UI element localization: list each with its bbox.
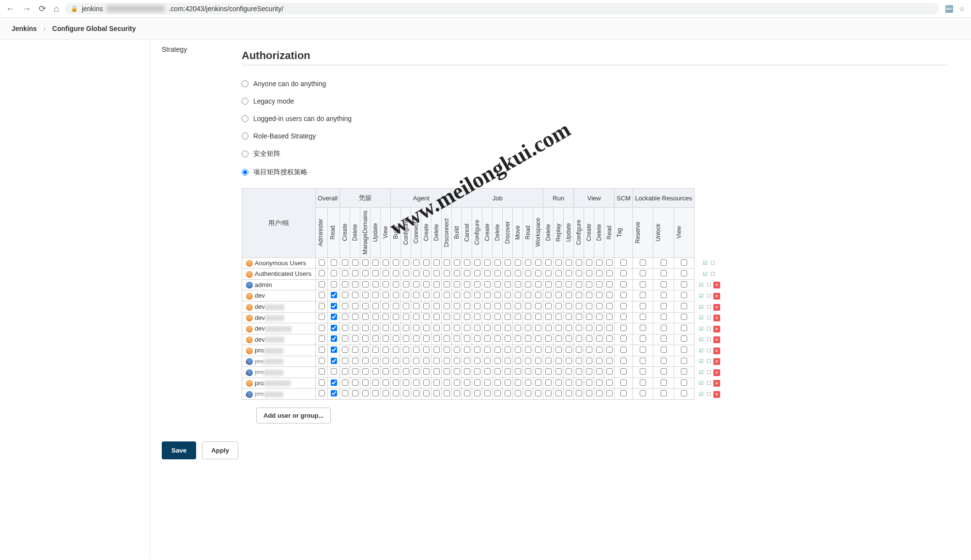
permission-checkbox[interactable]: [505, 347, 511, 353]
permission-checkbox[interactable]: [403, 281, 409, 288]
permission-checkbox[interactable]: [454, 259, 460, 266]
permission-checkbox[interactable]: [586, 358, 592, 364]
permission-checkbox[interactable]: [545, 325, 552, 331]
permission-checkbox[interactable]: [352, 303, 358, 309]
permission-checkbox[interactable]: [331, 358, 337, 364]
permission-checkbox[interactable]: [319, 347, 325, 353]
permission-checkbox[interactable]: [494, 325, 501, 331]
permission-checkbox[interactable]: [576, 270, 582, 276]
permission-checkbox[interactable]: [606, 368, 613, 375]
permission-checkbox[interactable]: [383, 379, 389, 386]
permission-checkbox[interactable]: [515, 303, 521, 309]
permission-checkbox[interactable]: [545, 303, 552, 309]
permission-checkbox[interactable]: [362, 314, 369, 320]
clear-all-icon[interactable]: ☐: [706, 282, 712, 288]
permission-checkbox[interactable]: [525, 379, 531, 386]
permission-checkbox[interactable]: [535, 325, 541, 331]
permission-checkbox[interactable]: [525, 314, 531, 320]
permission-checkbox[interactable]: [515, 281, 521, 288]
permission-checkbox[interactable]: [661, 325, 667, 331]
permission-checkbox[interactable]: [474, 270, 480, 276]
permission-checkbox[interactable]: [352, 270, 358, 276]
permission-checkbox[interactable]: [319, 390, 325, 396]
permission-checkbox[interactable]: [474, 303, 480, 309]
permission-checkbox[interactable]: [505, 368, 511, 375]
permission-checkbox[interactable]: [661, 358, 667, 364]
permission-checkbox[interactable]: [566, 379, 572, 386]
permission-checkbox[interactable]: [433, 314, 440, 320]
permission-checkbox[interactable]: [393, 292, 399, 298]
permission-checkbox[interactable]: [393, 259, 399, 266]
remove-row-icon[interactable]: ✕: [713, 348, 720, 354]
permission-checkbox[interactable]: [423, 281, 430, 288]
permission-checkbox[interactable]: [576, 325, 582, 331]
radio-input[interactable]: [242, 151, 248, 157]
permission-checkbox[interactable]: [525, 347, 531, 353]
permission-checkbox[interactable]: [596, 368, 602, 375]
permission-checkbox[interactable]: [433, 303, 440, 309]
permission-checkbox[interactable]: [620, 325, 627, 331]
permission-checkbox[interactable]: [319, 335, 325, 342]
permission-checkbox[interactable]: [505, 292, 511, 298]
permission-checkbox[interactable]: [555, 368, 562, 375]
permission-checkbox[interactable]: [640, 390, 646, 396]
permission-checkbox[interactable]: [444, 358, 450, 364]
permission-checkbox[interactable]: [606, 303, 613, 309]
permission-checkbox[interactable]: [464, 303, 470, 309]
permission-checkbox[interactable]: [362, 390, 369, 396]
permission-checkbox[interactable]: [393, 281, 399, 288]
permission-checkbox[interactable]: [515, 270, 521, 276]
permission-checkbox[interactable]: [505, 303, 511, 309]
permission-checkbox[interactable]: [342, 303, 348, 309]
permission-checkbox[interactable]: [576, 358, 582, 364]
permission-checkbox[interactable]: [505, 270, 511, 276]
permission-checkbox[interactable]: [596, 281, 602, 288]
permission-checkbox[interactable]: [319, 292, 325, 298]
permission-checkbox[interactable]: [464, 368, 470, 375]
permission-checkbox[interactable]: [342, 314, 348, 320]
permission-checkbox[interactable]: [484, 379, 491, 386]
permission-checkbox[interactable]: [586, 281, 592, 288]
permission-checkbox[interactable]: [620, 281, 627, 288]
permission-checkbox[interactable]: [433, 335, 440, 342]
permission-checkbox[interactable]: [596, 270, 602, 276]
permission-checkbox[interactable]: [640, 379, 646, 386]
permission-checkbox[interactable]: [403, 303, 409, 309]
permission-checkbox[interactable]: [383, 314, 389, 320]
permission-checkbox[interactable]: [545, 314, 552, 320]
permission-checkbox[interactable]: [413, 270, 419, 276]
select-all-icon[interactable]: ☑: [698, 380, 705, 387]
permission-checkbox[interactable]: [681, 347, 687, 353]
permission-checkbox[interactable]: [661, 303, 667, 309]
permission-checkbox[interactable]: [383, 292, 389, 298]
permission-checkbox[interactable]: [661, 368, 667, 375]
permission-checkbox[interactable]: [566, 335, 572, 342]
permission-checkbox[interactable]: [566, 314, 572, 320]
permission-checkbox[interactable]: [545, 379, 552, 386]
permission-checkbox[interactable]: [352, 259, 358, 266]
permission-checkbox[interactable]: [454, 292, 460, 298]
permission-checkbox[interactable]: [555, 335, 562, 342]
permission-checkbox[interactable]: [681, 335, 687, 342]
permission-checkbox[interactable]: [620, 335, 627, 342]
permission-checkbox[interactable]: [586, 325, 592, 331]
permission-checkbox[interactable]: [484, 368, 491, 375]
permission-checkbox[interactable]: [515, 325, 521, 331]
permission-checkbox[interactable]: [606, 379, 613, 386]
permission-checkbox[interactable]: [454, 303, 460, 309]
permission-checkbox[interactable]: [423, 270, 430, 276]
permission-checkbox[interactable]: [596, 325, 602, 331]
permission-checkbox[interactable]: [484, 281, 491, 288]
permission-checkbox[interactable]: [403, 292, 409, 298]
clear-all-icon[interactable]: ☐: [706, 358, 712, 365]
permission-checkbox[interactable]: [474, 379, 480, 386]
permission-checkbox[interactable]: [423, 303, 430, 309]
permission-checkbox[interactable]: [535, 281, 541, 288]
permission-checkbox[interactable]: [444, 325, 450, 331]
radio-input[interactable]: [242, 169, 248, 176]
permission-checkbox[interactable]: [342, 281, 348, 288]
permission-checkbox[interactable]: [331, 335, 337, 342]
permission-checkbox[interactable]: [362, 335, 369, 342]
permission-checkbox[interactable]: [661, 314, 667, 320]
permission-checkbox[interactable]: [525, 358, 531, 364]
